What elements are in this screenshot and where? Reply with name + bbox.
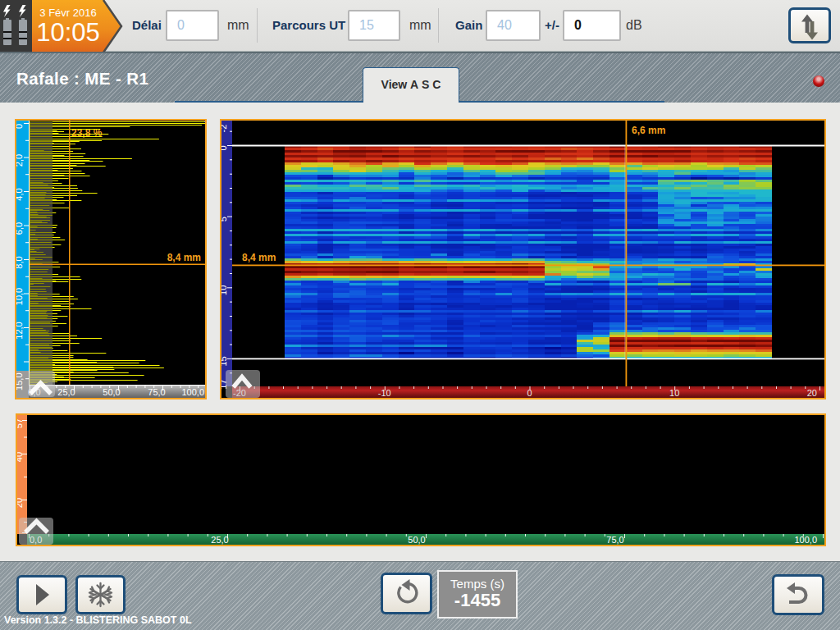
svg-text:15,0: 15,0	[16, 372, 24, 390]
svg-text:100,0: 100,0	[794, 535, 817, 545]
svg-text:57: 57	[17, 418, 24, 428]
svg-text:8,0: 8,0	[16, 256, 24, 268]
svg-text:10: 10	[221, 285, 228, 295]
svg-text:-10: -10	[378, 388, 391, 398]
svg-text:20: 20	[17, 498, 24, 508]
svg-text:2,0: 2,0	[16, 154, 24, 167]
svg-text:6,6 mm: 6,6 mm	[632, 125, 665, 136]
svg-text:6,0: 6,0	[16, 222, 24, 235]
svg-text:75,0: 75,0	[148, 387, 165, 397]
svg-text:4,0: 4,0	[16, 188, 24, 200]
svg-text:10: 10	[669, 388, 679, 398]
svg-text:75,0: 75,0	[606, 535, 623, 545]
svg-text:8,4 mm: 8,4 mm	[167, 252, 201, 263]
svg-text:0: 0	[221, 145, 228, 150]
svg-text:50,0: 50,0	[103, 387, 120, 397]
svg-text:8,4 mm: 8,4 mm	[242, 252, 276, 263]
svg-text:25,0: 25,0	[211, 535, 228, 545]
svg-text:-2: -2	[221, 125, 228, 133]
svg-text:12,0: 12,0	[16, 322, 24, 339]
svg-text:25,0: 25,0	[57, 387, 75, 397]
svg-text:5: 5	[221, 217, 228, 221]
svg-text:20: 20	[807, 388, 817, 398]
svg-text:15: 15	[221, 356, 228, 366]
svg-text:0: 0	[527, 388, 532, 398]
svg-text:0: 0	[16, 124, 24, 129]
svg-text:10,0: 10,0	[16, 288, 24, 305]
svg-text:40: 40	[17, 452, 24, 462]
svg-text:50,0: 50,0	[408, 535, 425, 545]
svg-text:100,0: 100,0	[181, 387, 204, 397]
